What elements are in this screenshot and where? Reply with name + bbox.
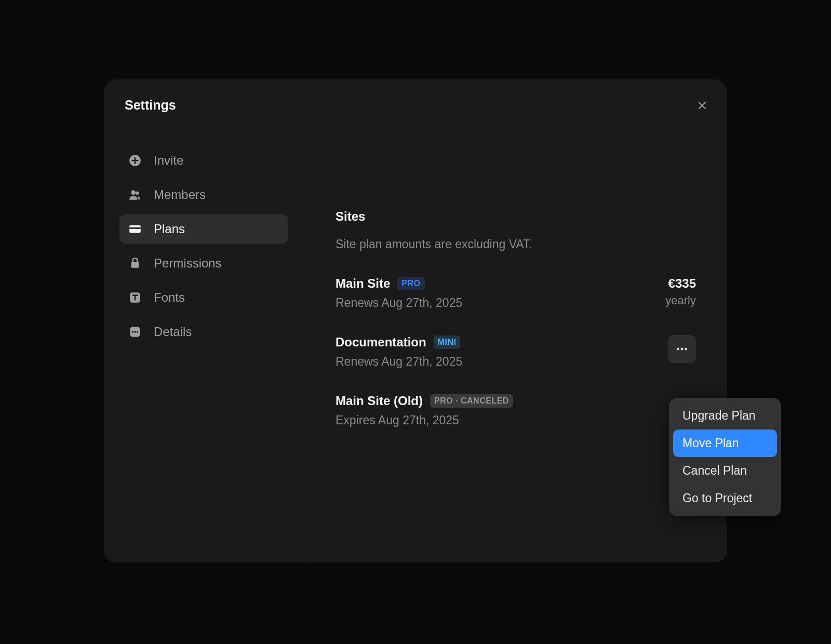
close-icon	[697, 100, 707, 111]
svg-point-10	[132, 331, 133, 332]
sidebar-item-label: Permissions	[154, 256, 222, 271]
sidebar-item-plans[interactable]: Plans	[119, 214, 288, 244]
menu-item-move-plan[interactable]: Move Plan	[673, 430, 777, 457]
more-button[interactable]	[668, 335, 696, 363]
plus-circle-icon	[128, 153, 142, 168]
plan-badge-pro: PRO	[397, 277, 424, 290]
site-meta: Expires Aug 27th, 2025	[336, 413, 513, 427]
svg-point-3	[131, 190, 136, 195]
dots-icon	[675, 342, 689, 356]
site-name-row: Main Site PRO	[336, 276, 462, 291]
svg-point-13	[677, 348, 679, 351]
sidebar-item-details[interactable]: Details	[119, 317, 288, 346]
users-icon	[128, 187, 142, 202]
site-left: Documentation MINI Renews Aug 27th, 2025	[336, 335, 462, 369]
modal-title: Settings	[125, 98, 176, 113]
site-name: Main Site	[336, 276, 390, 291]
menu-item-go-to-project[interactable]: Go to Project	[673, 485, 777, 512]
svg-point-4	[136, 192, 139, 195]
close-button[interactable]	[694, 97, 711, 114]
sidebar-item-label: Plans	[154, 222, 185, 236]
modal-header: Settings	[104, 79, 727, 131]
site-meta: Renews Aug 27th, 2025	[336, 296, 462, 310]
font-icon	[128, 290, 142, 305]
site-name: Main Site (Old)	[336, 394, 423, 408]
menu-item-upgrade-plan[interactable]: Upgrade Plan	[673, 402, 777, 430]
site-name-row: Main Site (Old) PRO · CANCELED	[336, 394, 513, 408]
svg-rect-6	[129, 227, 141, 229]
modal-body: Invite Members Plans Permissions	[104, 131, 727, 562]
sidebar-item-permissions[interactable]: Permissions	[119, 249, 288, 278]
sidebar: Invite Members Plans Permissions	[104, 131, 304, 562]
sidebar-item-fonts[interactable]: Fonts	[119, 283, 288, 312]
plan-badge-canceled: PRO · CANCELED	[430, 394, 513, 408]
section-subtitle: Site plan amounts are excluding VAT.	[336, 237, 696, 251]
section-title: Sites	[336, 209, 696, 224]
sidebar-item-label: Details	[154, 325, 192, 339]
site-left: Main Site (Old) PRO · CANCELED Expires A…	[336, 394, 513, 427]
site-cycle: yearly	[665, 294, 696, 307]
site-left: Main Site PRO Renews Aug 27th, 2025	[336, 276, 462, 310]
svg-rect-7	[131, 262, 139, 268]
settings-modal: Settings Invite Members	[104, 79, 727, 562]
svg-point-11	[134, 331, 136, 332]
site-name-row: Documentation MINI	[336, 335, 462, 350]
content-panel: Sites Site plan amounts are excluding VA…	[304, 131, 727, 562]
site-row: Documentation MINI Renews Aug 27th, 2025	[336, 335, 696, 369]
context-menu: Upgrade Plan Move Plan Cancel Plan Go to…	[669, 398, 781, 516]
plan-badge-mini: MINI	[434, 336, 461, 349]
svg-point-15	[685, 348, 687, 351]
sidebar-item-label: Fonts	[154, 290, 185, 305]
sidebar-item-members[interactable]: Members	[119, 180, 288, 209]
sidebar-item-label: Invite	[154, 153, 183, 168]
site-row: Main Site PRO Renews Aug 27th, 2025 €335…	[336, 276, 696, 310]
site-price: €335	[665, 276, 696, 291]
svg-point-14	[681, 348, 683, 351]
site-row: Main Site (Old) PRO · CANCELED Expires A…	[336, 394, 696, 427]
site-meta: Renews Aug 27th, 2025	[336, 355, 462, 369]
details-icon	[128, 325, 142, 339]
sidebar-item-label: Members	[154, 187, 206, 202]
site-right: €335 yearly	[665, 276, 696, 307]
site-name: Documentation	[336, 335, 426, 350]
lock-icon	[128, 256, 142, 271]
svg-point-12	[137, 331, 138, 332]
menu-item-cancel-plan[interactable]: Cancel Plan	[673, 457, 777, 485]
card-icon	[128, 222, 142, 236]
sidebar-item-invite[interactable]: Invite	[119, 146, 288, 175]
site-right	[668, 335, 696, 363]
